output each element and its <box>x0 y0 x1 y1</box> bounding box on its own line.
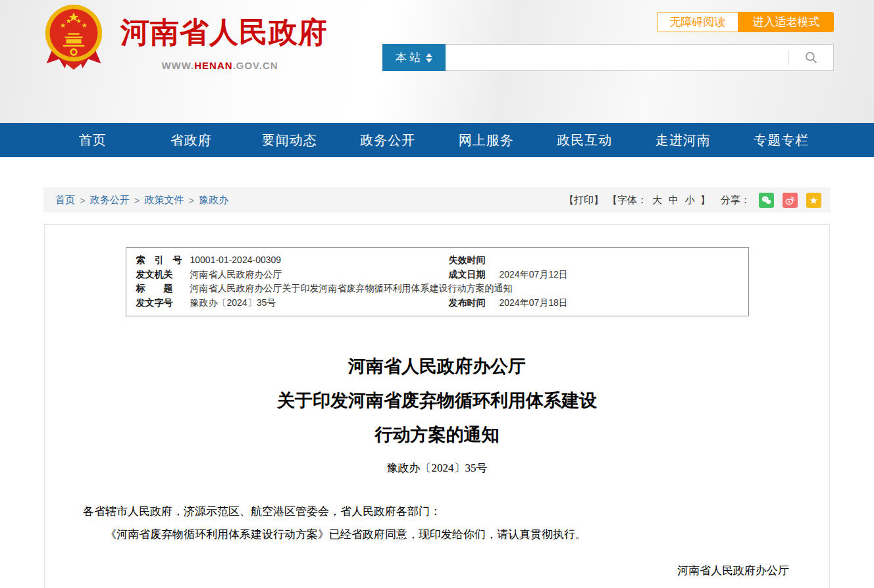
site-header: 河南省人民政府 WWW.HENAN.GOV.CN 无障碍阅读 进入适老模式 本 … <box>0 0 874 123</box>
meta-row-doc-number: 发文字号 豫政办〔2024〕35号 发布时间 2024年07月18日 <box>126 296 748 310</box>
meta-issuer-label: 发文机关 <box>136 268 190 282</box>
meta-publish-value: 2024年07月18日 <box>500 296 748 310</box>
page-root: 河南省人民政府 WWW.HENAN.GOV.CN 无障碍阅读 进入适老模式 本 … <box>0 0 874 588</box>
nav-item-government-affairs[interactable]: 政务公开 <box>339 123 438 157</box>
share-wechat-button[interactable] <box>759 193 774 208</box>
header-actions: 无障碍阅读 进入适老模式 <box>657 12 834 32</box>
search-scope-select[interactable]: 本 站 <box>382 44 446 71</box>
signature-date: 2024年7月12日 <box>45 583 779 588</box>
nav-item-special-topics[interactable]: 专题专栏 <box>733 123 831 157</box>
site-brand: 河南省人民政府 WWW.HENAN.GOV.CN <box>120 13 319 71</box>
breadcrumb-separator: > <box>80 195 86 206</box>
meta-row-index: 索 引 号 10001-01-2024-00309 失效时间 <box>126 253 748 268</box>
document-content-card: 索 引 号 10001-01-2024-00309 失效时间 发文机关 河南省人… <box>44 224 830 588</box>
meta-row-title: 标 题 河南省人民政府办公厅关于印发河南省废弃物循环利用体系建设行动方案的通知 <box>126 282 748 296</box>
weibo-icon <box>784 195 796 206</box>
document-meta-table: 索 引 号 10001-01-2024-00309 失效时间 发文机关 河南省人… <box>126 247 749 316</box>
star-icon: ★ <box>810 195 818 205</box>
document-paragraph-main: 《河南省废弃物循环利用体系建设行动方案》已经省政府同意，现印发给你们，请认真贯彻… <box>83 523 791 546</box>
accessibility-reading-button[interactable]: 无障碍阅读 <box>657 12 738 32</box>
search-input[interactable] <box>446 45 788 70</box>
meta-written-date-label: 成文日期 <box>449 268 500 282</box>
meta-title-value: 河南省人民政府办公厅关于印发河南省废弃物循环利用体系建设行动方案的通知 <box>190 282 748 296</box>
meta-written-date-value: 2024年07月12日 <box>500 268 748 282</box>
site-url-suffix: .GOV.CN <box>233 60 278 71</box>
document-signature: 河南省人民政府办公厅 2024年7月12日 <box>45 558 829 588</box>
nav-item-news[interactable]: 要闻动态 <box>240 123 339 157</box>
document-title-line-2: 关于印发河南省废弃物循环利用体系建设 <box>45 383 829 418</box>
search-icon <box>804 51 818 64</box>
font-size-large-button[interactable]: 大 <box>652 194 662 207</box>
nav-item-provincial-government[interactable]: 省政府 <box>142 123 241 157</box>
meta-doc-no-value: 豫政办〔2024〕35号 <box>190 296 449 310</box>
meta-title-label: 标 题 <box>136 282 190 296</box>
nav-item-about-henan[interactable]: 走进河南 <box>634 123 733 157</box>
elder-mode-button[interactable]: 进入适老模式 <box>738 12 834 32</box>
site-url: WWW.HENAN.GOV.CN <box>120 60 319 71</box>
nav-item-home[interactable]: 首页 <box>43 123 142 157</box>
main-nav-inner: 首页 省政府 要闻动态 政务公开 网上服务 政民互动 走进河南 专题专栏 <box>43 123 831 157</box>
document-title: 河南省人民政府办公厅 关于印发河南省废弃物循环利用体系建设 行动方案的通知 <box>45 349 829 452</box>
main-nav: 首页 省政府 要闻动态 政务公开 网上服务 政民互动 走进河南 专题专栏 <box>0 123 874 157</box>
breadcrumb: 首页 > 政务公开 > 政策文件 > 豫政办 <box>55 194 228 207</box>
font-size-medium-button[interactable]: 中 <box>669 194 679 207</box>
meta-expiry-value <box>500 253 748 268</box>
print-button[interactable]: 【打印】 <box>564 194 604 207</box>
search-scope-label: 本 站 <box>396 50 421 65</box>
site-url-prefix: WWW. <box>161 60 194 71</box>
meta-publish-label: 发布时间 <box>449 296 500 310</box>
document-body: 各省辖市人民政府，济源示范区、航空港区管委会，省人民政府各部门： 《河南省废弃物… <box>83 500 791 546</box>
breadcrumb-separator: > <box>189 195 195 206</box>
signature-organization: 河南省人民政府办公厅 <box>45 558 789 583</box>
document-title-line-1: 河南省人民政府办公厅 <box>45 349 829 383</box>
breadcrumb-separator: > <box>134 195 140 206</box>
favorite-star-button[interactable]: ★ <box>806 193 821 208</box>
share-weibo-button[interactable] <box>783 193 798 208</box>
meta-doc-no-label: 发文字号 <box>136 296 190 310</box>
font-size-small-button[interactable]: 小 <box>685 194 695 207</box>
site-url-highlight: HENAN <box>194 60 232 71</box>
font-size-label-open: 【字体： <box>607 194 647 207</box>
breadcrumb-government-affairs[interactable]: 政务公开 <box>90 194 130 207</box>
font-size-label-close: 】 <box>700 194 710 207</box>
meta-index-value: 10001-01-2024-00309 <box>190 253 449 268</box>
chevron-up-down-icon <box>426 53 432 62</box>
breadcrumb-yuzhengban[interactable]: 豫政办 <box>199 194 228 207</box>
meta-expiry-label: 失效时间 <box>449 253 500 268</box>
document-number: 豫政办〔2024〕35号 <box>45 460 829 476</box>
breadcrumb-home[interactable]: 首页 <box>55 194 75 207</box>
meta-row-issuer: 发文机关 河南省人民政府办公厅 成文日期 2024年07月12日 <box>126 268 748 282</box>
search-bar: 本 站 <box>382 44 834 71</box>
document-paragraph-salutation: 各省辖市人民政府，济源示范区、航空港区管委会，省人民政府各部门： <box>83 500 791 523</box>
national-emblem-logo <box>42 3 105 74</box>
nav-item-interaction[interactable]: 政民互动 <box>536 123 634 157</box>
wechat-icon <box>761 195 772 206</box>
breadcrumb-bar: 首页 > 政务公开 > 政策文件 > 豫政办 【打印】 【字体： 大 中 小 】… <box>43 187 831 212</box>
nav-item-online-services[interactable]: 网上服务 <box>437 123 536 157</box>
search-button[interactable] <box>788 45 833 70</box>
share-label: 分享： <box>721 194 750 207</box>
meta-index-label: 索 引 号 <box>136 253 190 268</box>
document-tools: 【打印】 【字体： 大 中 小 】 分享： <box>564 193 821 208</box>
breadcrumb-policy-documents[interactable]: 政策文件 <box>145 194 184 207</box>
search-field <box>446 44 834 71</box>
document-title-line-3: 行动方案的通知 <box>45 418 829 452</box>
site-title: 河南省人民政府 <box>120 13 319 52</box>
meta-issuer-value: 河南省人民政府办公厅 <box>190 268 449 282</box>
